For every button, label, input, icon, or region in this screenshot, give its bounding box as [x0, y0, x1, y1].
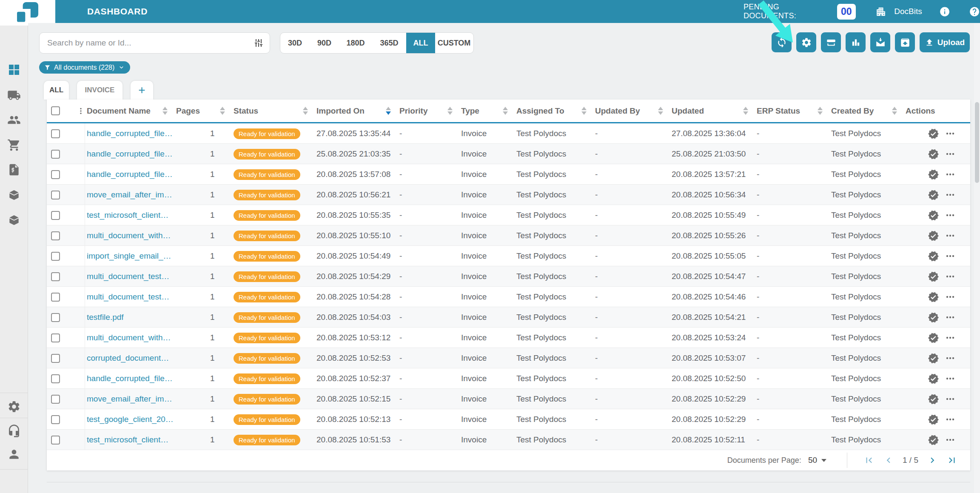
sort-icon[interactable]	[818, 107, 823, 115]
document-name-link[interactable]: handle_corrupted_file…	[87, 170, 173, 179]
document-name-link[interactable]: move_email_after_im…	[87, 190, 172, 199]
document-name-link[interactable]: move_email_after_im…	[87, 394, 172, 404]
document-name-link[interactable]: import_single_email_…	[87, 251, 171, 261]
column-header-erp-status[interactable]: ERP Status	[755, 106, 829, 116]
app-logo[interactable]	[0, 0, 55, 26]
row-menu-dots-icon[interactable]	[945, 231, 955, 241]
validate-badge-icon[interactable]	[928, 251, 939, 262]
row-checkbox[interactable]	[51, 333, 60, 342]
row-menu-dots-icon[interactable]	[945, 169, 955, 180]
last-page-button[interactable]	[946, 454, 958, 466]
validate-badge-icon[interactable]	[928, 353, 939, 364]
sort-icon[interactable]	[447, 107, 453, 115]
vertical-scrollbar-track[interactable]	[974, 23, 980, 493]
validate-badge-icon[interactable]	[928, 291, 939, 303]
sort-icon[interactable]	[162, 107, 168, 115]
documents-filter-chip[interactable]: All documents (228)	[39, 61, 130, 74]
column-header-assigned-to[interactable]: Assigned To	[515, 106, 593, 116]
document-name-link[interactable]: handle_corrupted_file…	[87, 374, 173, 383]
column-header-updated[interactable]: Updated	[670, 106, 755, 116]
range-180d[interactable]: 180D	[339, 33, 372, 53]
row-checkbox[interactable]	[51, 252, 60, 261]
sort-icon[interactable]	[743, 107, 748, 115]
row-menu-dots-icon[interactable]	[945, 251, 955, 261]
row-checkbox[interactable]	[51, 374, 60, 383]
sidebar-item-invoices[interactable]	[0, 163, 28, 177]
scanner-button[interactable]	[821, 32, 841, 52]
sort-icon[interactable]	[503, 107, 508, 115]
vertical-scrollbar-thumb[interactable]	[975, 102, 979, 183]
document-name-link[interactable]: multi_document_with…	[87, 231, 171, 240]
row-checkbox[interactable]	[51, 395, 60, 404]
validate-badge-icon[interactable]	[928, 148, 939, 160]
column-header-imported-on[interactable]: Imported On	[315, 106, 398, 116]
row-checkbox[interactable]	[51, 436, 60, 445]
row-checkbox[interactable]	[51, 150, 60, 159]
range-90d[interactable]: 90D	[310, 33, 339, 53]
row-checkbox[interactable]	[51, 191, 60, 199]
export-button[interactable]	[895, 32, 915, 52]
row-checkbox[interactable]	[51, 272, 60, 281]
sort-icon[interactable]	[892, 107, 897, 115]
validate-badge-icon[interactable]	[928, 373, 939, 385]
row-checkbox[interactable]	[51, 129, 60, 138]
email-import-button[interactable]	[870, 32, 890, 52]
column-header-type[interactable]: Type	[459, 106, 515, 116]
sidebar-item-settings[interactable]	[0, 400, 28, 413]
document-name-link[interactable]: test_microsoft_client…	[87, 211, 168, 220]
sidebar-item-packages-alt[interactable]	[0, 213, 28, 227]
select-all-checkbox[interactable]	[51, 106, 60, 115]
first-page-button[interactable]	[863, 454, 875, 466]
column-menu-kebab-icon[interactable]	[77, 107, 85, 115]
search-input[interactable]	[47, 38, 254, 48]
validate-badge-icon[interactable]	[928, 271, 939, 282]
sidebar-item-purchase-orders[interactable]	[0, 138, 28, 152]
range-365d[interactable]: 365D	[372, 33, 406, 53]
validate-badge-icon[interactable]	[928, 210, 939, 221]
column-header-priority[interactable]: Priority	[398, 106, 459, 116]
row-menu-dots-icon[interactable]	[945, 373, 955, 384]
validate-badge-icon[interactable]	[928, 169, 939, 180]
add-tab-button[interactable]: +	[131, 81, 153, 100]
sidebar-item-account[interactable]	[0, 447, 28, 461]
column-header-updated-by[interactable]: Updated By	[593, 106, 670, 116]
validate-badge-icon[interactable]	[928, 414, 939, 425]
row-menu-dots-icon[interactable]	[945, 128, 955, 139]
document-name-link[interactable]: handle_corrupted_file…	[87, 149, 173, 159]
range-custom[interactable]: CUSTOM	[435, 33, 473, 53]
help-icon[interactable]	[969, 6, 980, 17]
row-checkbox[interactable]	[51, 415, 60, 424]
range-30d[interactable]: 30D	[280, 33, 310, 53]
row-menu-dots-icon[interactable]	[945, 292, 955, 302]
document-name-link[interactable]: multi_document_test…	[87, 272, 169, 281]
row-checkbox[interactable]	[51, 211, 60, 220]
row-checkbox[interactable]	[51, 231, 60, 240]
document-name-link[interactable]: multi_document_test…	[87, 292, 169, 302]
row-menu-dots-icon[interactable]	[945, 435, 955, 445]
document-name-link[interactable]: multi_document_with…	[87, 333, 171, 342]
per-page-select[interactable]: 50	[808, 456, 826, 465]
info-icon[interactable]	[939, 6, 950, 17]
tab-invoice[interactable]: INVOICE	[77, 81, 122, 100]
upload-button[interactable]: Upload	[920, 32, 970, 52]
column-header-created-by[interactable]: Created By	[829, 106, 904, 116]
previous-page-button[interactable]	[883, 454, 895, 466]
validate-badge-icon[interactable]	[928, 434, 939, 446]
sort-icon-active-desc[interactable]	[386, 107, 391, 115]
analytics-button[interactable]	[846, 32, 866, 52]
sort-icon[interactable]	[658, 107, 663, 115]
column-header-document-name[interactable]: Document Name	[85, 106, 174, 116]
validate-badge-icon[interactable]	[928, 393, 939, 405]
next-page-button[interactable]	[926, 454, 938, 466]
validate-badge-icon[interactable]	[928, 230, 939, 242]
sidebar-item-users[interactable]	[0, 113, 28, 127]
sidebar-item-support[interactable]	[0, 424, 28, 438]
document-name-link[interactable]: handle_corrupted_file…	[87, 129, 173, 138]
validate-badge-icon[interactable]	[928, 189, 939, 201]
filter-tune-icon[interactable]	[254, 38, 264, 48]
document-name-link[interactable]: testfile.pdf	[87, 313, 124, 322]
row-menu-dots-icon[interactable]	[945, 190, 955, 200]
validate-badge-icon[interactable]	[928, 332, 939, 344]
row-menu-dots-icon[interactable]	[945, 333, 955, 343]
row-menu-dots-icon[interactable]	[945, 353, 955, 363]
